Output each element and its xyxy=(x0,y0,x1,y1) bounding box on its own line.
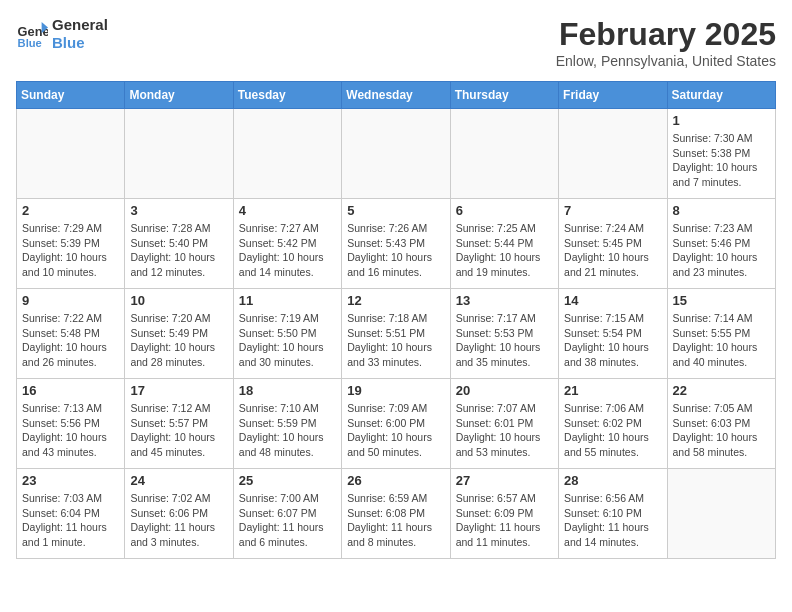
week-row-2: 2Sunrise: 7:29 AM Sunset: 5:39 PM Daylig… xyxy=(17,199,776,289)
week-row-3: 9Sunrise: 7:22 AM Sunset: 5:48 PM Daylig… xyxy=(17,289,776,379)
day-info: Sunrise: 7:26 AM Sunset: 5:43 PM Dayligh… xyxy=(347,221,444,280)
day-cell: 20Sunrise: 7:07 AM Sunset: 6:01 PM Dayli… xyxy=(450,379,558,469)
day-cell: 4Sunrise: 7:27 AM Sunset: 5:42 PM Daylig… xyxy=(233,199,341,289)
day-cell: 14Sunrise: 7:15 AM Sunset: 5:54 PM Dayli… xyxy=(559,289,667,379)
day-info: Sunrise: 7:02 AM Sunset: 6:06 PM Dayligh… xyxy=(130,491,227,550)
weekday-header-monday: Monday xyxy=(125,82,233,109)
day-cell: 6Sunrise: 7:25 AM Sunset: 5:44 PM Daylig… xyxy=(450,199,558,289)
day-cell: 25Sunrise: 7:00 AM Sunset: 6:07 PM Dayli… xyxy=(233,469,341,559)
day-info: Sunrise: 7:05 AM Sunset: 6:03 PM Dayligh… xyxy=(673,401,770,460)
day-number: 22 xyxy=(673,383,770,398)
day-cell: 12Sunrise: 7:18 AM Sunset: 5:51 PM Dayli… xyxy=(342,289,450,379)
day-cell: 18Sunrise: 7:10 AM Sunset: 5:59 PM Dayli… xyxy=(233,379,341,469)
day-number: 19 xyxy=(347,383,444,398)
day-cell: 10Sunrise: 7:20 AM Sunset: 5:49 PM Dayli… xyxy=(125,289,233,379)
day-info: Sunrise: 7:25 AM Sunset: 5:44 PM Dayligh… xyxy=(456,221,553,280)
day-cell: 8Sunrise: 7:23 AM Sunset: 5:46 PM Daylig… xyxy=(667,199,775,289)
day-number: 10 xyxy=(130,293,227,308)
day-number: 14 xyxy=(564,293,661,308)
svg-text:Blue: Blue xyxy=(18,37,42,49)
day-number: 16 xyxy=(22,383,119,398)
day-cell: 19Sunrise: 7:09 AM Sunset: 6:00 PM Dayli… xyxy=(342,379,450,469)
day-number: 18 xyxy=(239,383,336,398)
logo-icon: General Blue xyxy=(16,18,48,50)
weekday-header-row: SundayMondayTuesdayWednesdayThursdayFrid… xyxy=(17,82,776,109)
day-cell: 22Sunrise: 7:05 AM Sunset: 6:03 PM Dayli… xyxy=(667,379,775,469)
week-row-4: 16Sunrise: 7:13 AM Sunset: 5:56 PM Dayli… xyxy=(17,379,776,469)
day-info: Sunrise: 6:56 AM Sunset: 6:10 PM Dayligh… xyxy=(564,491,661,550)
day-cell: 16Sunrise: 7:13 AM Sunset: 5:56 PM Dayli… xyxy=(17,379,125,469)
title-block: February 2025 Enlow, Pennsylvania, Unite… xyxy=(556,16,776,69)
day-info: Sunrise: 7:28 AM Sunset: 5:40 PM Dayligh… xyxy=(130,221,227,280)
weekday-header-thursday: Thursday xyxy=(450,82,558,109)
day-cell: 21Sunrise: 7:06 AM Sunset: 6:02 PM Dayli… xyxy=(559,379,667,469)
day-cell: 28Sunrise: 6:56 AM Sunset: 6:10 PM Dayli… xyxy=(559,469,667,559)
day-info: Sunrise: 7:19 AM Sunset: 5:50 PM Dayligh… xyxy=(239,311,336,370)
day-cell xyxy=(450,109,558,199)
weekday-header-tuesday: Tuesday xyxy=(233,82,341,109)
day-info: Sunrise: 7:30 AM Sunset: 5:38 PM Dayligh… xyxy=(673,131,770,190)
day-info: Sunrise: 7:29 AM Sunset: 5:39 PM Dayligh… xyxy=(22,221,119,280)
page-header: General Blue General Blue February 2025 … xyxy=(16,16,776,69)
day-info: Sunrise: 7:00 AM Sunset: 6:07 PM Dayligh… xyxy=(239,491,336,550)
weekday-header-saturday: Saturday xyxy=(667,82,775,109)
logo-general: General xyxy=(52,16,108,34)
day-info: Sunrise: 7:07 AM Sunset: 6:01 PM Dayligh… xyxy=(456,401,553,460)
day-number: 1 xyxy=(673,113,770,128)
day-number: 5 xyxy=(347,203,444,218)
day-number: 27 xyxy=(456,473,553,488)
day-info: Sunrise: 7:18 AM Sunset: 5:51 PM Dayligh… xyxy=(347,311,444,370)
day-info: Sunrise: 7:10 AM Sunset: 5:59 PM Dayligh… xyxy=(239,401,336,460)
day-info: Sunrise: 7:09 AM Sunset: 6:00 PM Dayligh… xyxy=(347,401,444,460)
day-number: 12 xyxy=(347,293,444,308)
calendar-table: SundayMondayTuesdayWednesdayThursdayFrid… xyxy=(16,81,776,559)
day-number: 2 xyxy=(22,203,119,218)
day-info: Sunrise: 7:03 AM Sunset: 6:04 PM Dayligh… xyxy=(22,491,119,550)
day-info: Sunrise: 7:14 AM Sunset: 5:55 PM Dayligh… xyxy=(673,311,770,370)
day-number: 8 xyxy=(673,203,770,218)
day-cell: 11Sunrise: 7:19 AM Sunset: 5:50 PM Dayli… xyxy=(233,289,341,379)
day-cell xyxy=(233,109,341,199)
day-number: 26 xyxy=(347,473,444,488)
day-info: Sunrise: 7:24 AM Sunset: 5:45 PM Dayligh… xyxy=(564,221,661,280)
day-info: Sunrise: 7:22 AM Sunset: 5:48 PM Dayligh… xyxy=(22,311,119,370)
day-cell: 24Sunrise: 7:02 AM Sunset: 6:06 PM Dayli… xyxy=(125,469,233,559)
day-cell xyxy=(17,109,125,199)
week-row-5: 23Sunrise: 7:03 AM Sunset: 6:04 PM Dayli… xyxy=(17,469,776,559)
day-info: Sunrise: 7:23 AM Sunset: 5:46 PM Dayligh… xyxy=(673,221,770,280)
day-number: 6 xyxy=(456,203,553,218)
day-cell: 7Sunrise: 7:24 AM Sunset: 5:45 PM Daylig… xyxy=(559,199,667,289)
week-row-1: 1Sunrise: 7:30 AM Sunset: 5:38 PM Daylig… xyxy=(17,109,776,199)
day-cell xyxy=(125,109,233,199)
day-info: Sunrise: 7:17 AM Sunset: 5:53 PM Dayligh… xyxy=(456,311,553,370)
day-cell: 15Sunrise: 7:14 AM Sunset: 5:55 PM Dayli… xyxy=(667,289,775,379)
day-number: 7 xyxy=(564,203,661,218)
day-cell: 5Sunrise: 7:26 AM Sunset: 5:43 PM Daylig… xyxy=(342,199,450,289)
weekday-header-sunday: Sunday xyxy=(17,82,125,109)
day-number: 21 xyxy=(564,383,661,398)
day-cell: 3Sunrise: 7:28 AM Sunset: 5:40 PM Daylig… xyxy=(125,199,233,289)
day-cell xyxy=(667,469,775,559)
day-cell: 27Sunrise: 6:57 AM Sunset: 6:09 PM Dayli… xyxy=(450,469,558,559)
weekday-header-wednesday: Wednesday xyxy=(342,82,450,109)
day-info: Sunrise: 6:59 AM Sunset: 6:08 PM Dayligh… xyxy=(347,491,444,550)
day-info: Sunrise: 7:12 AM Sunset: 5:57 PM Dayligh… xyxy=(130,401,227,460)
day-cell xyxy=(342,109,450,199)
day-number: 17 xyxy=(130,383,227,398)
day-cell: 13Sunrise: 7:17 AM Sunset: 5:53 PM Dayli… xyxy=(450,289,558,379)
day-info: Sunrise: 6:57 AM Sunset: 6:09 PM Dayligh… xyxy=(456,491,553,550)
day-cell: 2Sunrise: 7:29 AM Sunset: 5:39 PM Daylig… xyxy=(17,199,125,289)
day-number: 23 xyxy=(22,473,119,488)
day-cell: 17Sunrise: 7:12 AM Sunset: 5:57 PM Dayli… xyxy=(125,379,233,469)
day-number: 28 xyxy=(564,473,661,488)
day-number: 13 xyxy=(456,293,553,308)
day-number: 25 xyxy=(239,473,336,488)
day-info: Sunrise: 7:20 AM Sunset: 5:49 PM Dayligh… xyxy=(130,311,227,370)
day-number: 20 xyxy=(456,383,553,398)
day-number: 11 xyxy=(239,293,336,308)
logo-blue: Blue xyxy=(52,34,108,52)
day-cell: 1Sunrise: 7:30 AM Sunset: 5:38 PM Daylig… xyxy=(667,109,775,199)
day-number: 3 xyxy=(130,203,227,218)
location: Enlow, Pennsylvania, United States xyxy=(556,53,776,69)
weekday-header-friday: Friday xyxy=(559,82,667,109)
